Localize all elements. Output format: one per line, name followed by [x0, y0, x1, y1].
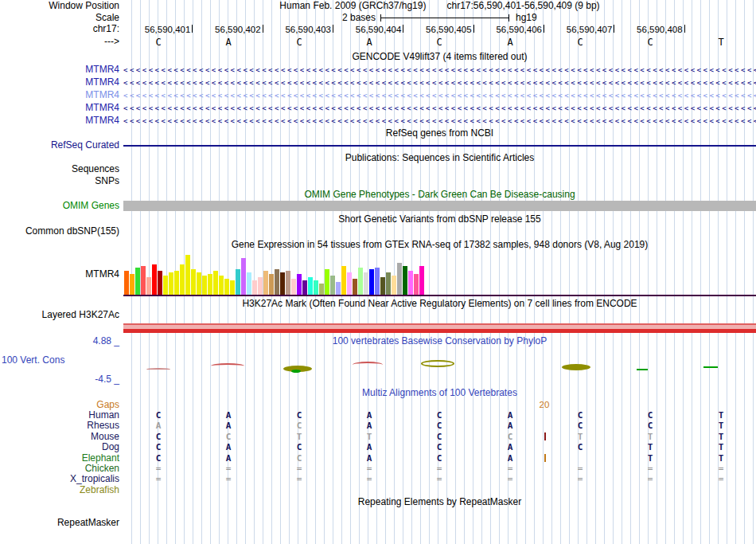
gencode-transcript-label[interactable]: MTMR4 [0, 77, 122, 89]
gtex-tissue-bar[interactable] [185, 255, 190, 295]
h3k27ac-label[interactable]: Layered H3K27Ac [0, 310, 122, 335]
gencode-transcript-row[interactable]: MTMR4<<<<<<<<<<<<<<<<<<<<<<<<<<<<<<<<<<<… [0, 77, 756, 89]
h3k27ac-track[interactable] [123, 310, 756, 335]
gtex-tissue-bar[interactable] [130, 274, 134, 295]
alignment-base: A [334, 442, 404, 452]
omim-genes-label[interactable]: OMIM Genes [0, 201, 122, 213]
gtex-tissue-bar[interactable] [252, 280, 257, 295]
gtex-tissue-bar[interactable] [247, 272, 251, 295]
multiz-species-row[interactable]: DogCACACACTT [0, 442, 756, 452]
multiz-species-row[interactable]: RhesusAACACACCT [0, 421, 756, 431]
gtex-tissue-bar[interactable] [124, 271, 129, 295]
gtex-tissue-bar[interactable] [358, 268, 363, 295]
refseq-curated-label[interactable]: RefSeq Curated [0, 140, 122, 151]
gtex-tissue-bar[interactable] [280, 272, 285, 295]
gencode-transcript-label[interactable]: MTMR4 [0, 103, 122, 115]
gtex-tissue-bar[interactable] [230, 280, 235, 295]
gtex-tissue-bar[interactable] [364, 272, 368, 295]
gencode-transcript-row[interactable]: MTMR4<<<<<<<<<<<<<<<<<<<<<<<<<<<<<<<<<<<… [0, 65, 756, 76]
gtex-tissue-bar[interactable] [202, 276, 207, 295]
snps-label[interactable]: SNPs [0, 176, 122, 187]
gtex-tissue-bar[interactable] [146, 277, 151, 295]
gtex-tissue-bar[interactable] [191, 269, 196, 295]
gtex-tissue-bar[interactable] [180, 264, 185, 295]
gtex-tissue-bar[interactable] [152, 264, 157, 295]
gtex-tissue-bar[interactable] [414, 274, 419, 295]
gtex-tissue-bar[interactable] [341, 266, 346, 295]
multiz-species-label[interactable]: Rhesus [0, 421, 122, 431]
gtex-tissue-bar[interactable] [336, 282, 341, 295]
omim-genes-bar[interactable] [123, 201, 756, 211]
gtex-tissue-bar[interactable] [375, 268, 380, 295]
dbsnp-label[interactable]: Common dbSNP(155) [0, 226, 122, 237]
gtex-tissue-bar[interactable] [319, 284, 324, 295]
gtex-tissue-bar[interactable] [397, 263, 402, 295]
gtex-tissue-bar[interactable] [236, 269, 240, 295]
gtex-tissue-bar[interactable] [224, 279, 229, 295]
gtex-tissue-bar[interactable] [241, 258, 246, 295]
gtex-tissue-bar[interactable] [347, 272, 352, 295]
gtex-track[interactable] [123, 252, 756, 296]
multiz-species-row[interactable]: X_tropicalis========= [0, 474, 756, 484]
alignment-base: C [123, 453, 193, 464]
refseq-curated-item[interactable] [123, 145, 756, 147]
refseq-title: RefSeq genes from NCBI [123, 128, 756, 139]
gtex-tissue-bar[interactable] [380, 277, 385, 295]
gtex-tissue-bar[interactable] [308, 277, 313, 295]
phylop-track-label[interactable]: 100 Vert. Cons [0, 355, 122, 366]
multiz-species-label[interactable]: Zebrafish [0, 485, 122, 495]
multiz-species-row[interactable]: Zebrafish [0, 485, 756, 495]
gencode-transcript-row[interactable]: MTMR4<<<<<<<<<<<<<<<<<<<<<<<<<<<<<<<<<<<… [0, 115, 756, 127]
multiz-species-cells: CCTTCCTTT [123, 432, 756, 442]
sequences-label[interactable]: Sequences [0, 164, 122, 175]
gtex-tissue-bar[interactable] [386, 272, 391, 295]
gtex-tissue-bar[interactable] [219, 276, 224, 295]
gencode-transcript-label[interactable]: MTMR4 [0, 115, 122, 127]
gtex-tissue-bar[interactable] [269, 274, 274, 295]
multiz-species-label[interactable]: X_tropicalis [0, 474, 122, 484]
alignment-insertion-bar [544, 432, 546, 440]
gtex-tissue-bar[interactable] [419, 266, 424, 295]
gtex-tissue-bar[interactable] [297, 274, 302, 295]
gtex-tissue-bar[interactable] [135, 268, 140, 295]
gtex-tissue-bar[interactable] [330, 276, 335, 295]
gtex-tissue-bar[interactable] [158, 271, 162, 295]
gtex-tissue-bar[interactable] [208, 274, 212, 295]
gtex-tissue-bar[interactable] [353, 279, 357, 295]
strand-label: ---> [0, 37, 122, 49]
scale-assembly: hg19 [516, 13, 537, 23]
gtex-tissue-bar[interactable] [197, 272, 201, 295]
multiz-species-label[interactable]: Dog [0, 442, 122, 452]
gtex-tissue-bar[interactable] [163, 276, 168, 295]
gtex-tissue-bar[interactable] [174, 271, 179, 295]
gtex-tissue-bar[interactable] [403, 266, 407, 295]
gtex-tissue-bar[interactable] [325, 269, 329, 295]
alignment-base: T [334, 432, 404, 442]
alignment-base: A [334, 453, 404, 464]
gtex-tissue-bar[interactable] [408, 271, 413, 295]
alignment-base: C [545, 421, 615, 431]
gtex-tissue-bar[interactable] [302, 280, 307, 295]
refseq-track[interactable] [123, 140, 756, 151]
gtex-tissue-bar[interactable] [286, 271, 290, 295]
gencode-transcript-row[interactable]: MTMR4<<<<<<<<<<<<<<<<<<<<<<<<<<<<<<<<<<<… [0, 103, 756, 115]
scale-track: 2 bases hg19 [123, 13, 756, 24]
gtex-tissue-bar[interactable] [275, 269, 279, 295]
h3k27ac-layered-signal[interactable] [123, 323, 756, 333]
gtex-tissue-bar[interactable] [169, 272, 173, 295]
gencode-transcript-label[interactable]: MTMR4 [0, 65, 122, 76]
gtex-tissue-bar[interactable] [392, 276, 396, 295]
gtex-tissue-bar[interactable] [141, 266, 146, 295]
gtex-gene-label[interactable]: MTMR4 [0, 252, 122, 296]
gencode-transcript-row[interactable]: MTMR4<<<<<<<<<<<<<<<<<<<<<<<<<<<<<<<<<<<… [0, 90, 756, 102]
gtex-tissue-bar[interactable] [258, 277, 263, 295]
gtex-tissue-bar[interactable] [291, 279, 296, 295]
omim-track[interactable] [123, 201, 756, 213]
gtex-tissue-bar[interactable] [369, 269, 374, 295]
alignment-base: = [615, 464, 685, 474]
repeatmasker-label[interactable]: RepeatMasker [0, 518, 122, 529]
gtex-tissue-bar[interactable] [263, 271, 268, 295]
gtex-tissue-bar[interactable] [314, 280, 318, 295]
gencode-transcript-label[interactable]: MTMR4 [0, 90, 122, 102]
gtex-tissue-bar[interactable] [213, 271, 218, 295]
